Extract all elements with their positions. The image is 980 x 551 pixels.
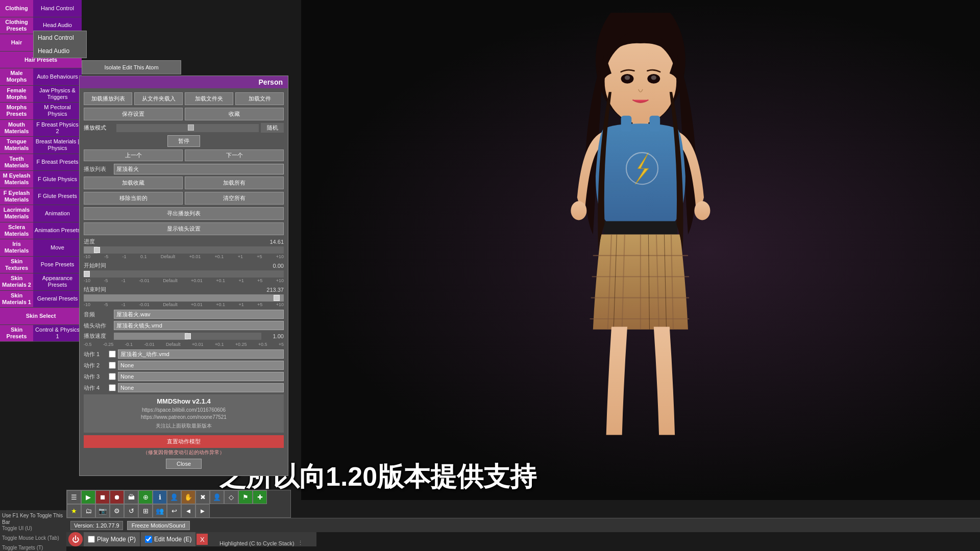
- menu-icon[interactable]: ☰: [67, 490, 81, 504]
- action-cb-2[interactable]: [109, 362, 116, 369]
- save-settings-btn[interactable]: 保存设置: [84, 108, 183, 120]
- progress-marks: -10 -5 -1 0.1 Default +0.01 +0.1 +1 +5 +…: [84, 254, 284, 259]
- play-mode-label[interactable]: Play Mode (P): [97, 536, 136, 543]
- pointer-icon[interactable]: ✖: [195, 490, 210, 504]
- dialog-body: 加载播放列表 从文件夹载入 加载文件夹 加载文件 保存设置 收藏 播放模式 随机…: [80, 88, 288, 475]
- sidebar-item-female-morphs[interactable]: Female Morphs Jaw Physics & Triggers: [0, 86, 82, 103]
- action-label-2: 动作 2: [84, 362, 107, 369]
- sidebar-item-morphs-presets[interactable]: Morphs Presets M Pectoral Physics: [0, 103, 82, 120]
- camera-action-input[interactable]: [114, 321, 284, 330]
- dropdown-head-audio[interactable]: Head Audio: [34, 44, 86, 58]
- add-folder-btn[interactable]: 加载文件夹: [185, 92, 233, 105]
- mode-close-btn[interactable]: X: [197, 534, 208, 545]
- clear-all-btn[interactable]: 清空所有: [185, 192, 284, 205]
- action-cb-4[interactable]: [109, 384, 116, 391]
- isolate-edit-button[interactable]: Isolate Edit This Atom: [82, 60, 181, 74]
- favorites-btn[interactable]: 收藏: [185, 108, 284, 120]
- edit-mode-checkbox[interactable]: [145, 536, 152, 543]
- hand-icon[interactable]: ✋: [181, 490, 195, 504]
- playback-mode-label: 播放模式: [84, 124, 114, 132]
- sidebar-item-teeth[interactable]: Teeth Materials F Breast Presets: [0, 154, 82, 171]
- play-mode-checkbox[interactable]: [88, 536, 95, 543]
- export-playlist-btn[interactable]: 寻出播放列表: [84, 207, 284, 220]
- folder-icon[interactable]: 🗂: [81, 504, 95, 518]
- prev-track-icon[interactable]: ◄: [181, 504, 195, 518]
- action-label-1: 动作 1: [84, 350, 107, 358]
- sidebar-item-skin-textures[interactable]: Skin Textures Pose Presets: [0, 257, 82, 274]
- sidebar-item-skin-select[interactable]: Skin Select: [0, 308, 82, 325]
- play-icon[interactable]: ▶: [81, 490, 95, 504]
- action-row-4: 动作 4: [84, 383, 284, 392]
- end-track[interactable]: [84, 294, 284, 302]
- sidebar-item-male-morphs[interactable]: Male Morphs Auto Behaviours: [0, 68, 82, 86]
- person-icon[interactable]: 👤: [167, 490, 181, 504]
- rotate-icon[interactable]: ↺: [124, 504, 138, 518]
- sidebar-item-clothing-hand[interactable]: Clothing Hand Control: [0, 0, 82, 17]
- power-button[interactable]: ⏻: [68, 532, 83, 546]
- freeze-motion-btn[interactable]: Freeze Motion/Sound: [127, 521, 190, 530]
- pause-button[interactable]: 暂停: [167, 135, 200, 147]
- speed-marks: -0.5 -0.25 -0.1 -0.01 Default +0.01 +0.1…: [84, 342, 284, 347]
- people-icon[interactable]: 👥: [153, 504, 167, 518]
- end-header: 结束时间 213.37: [84, 286, 284, 293]
- sidebar-item-skin-presets[interactable]: Skin Presets Control & Physics 1: [0, 325, 82, 342]
- reset-model-btn[interactable]: 直置动作模型: [84, 435, 284, 448]
- start-track[interactable]: [84, 270, 284, 278]
- load-from-file-btn[interactable]: 从文件夹载入: [134, 92, 183, 105]
- load-playlist-btn[interactable]: 加载播放列表: [84, 92, 132, 105]
- gear-icon[interactable]: ⚙: [110, 504, 124, 518]
- sidebar-item-skin-mat2[interactable]: Skin Materials 2 Appearance Presets: [0, 273, 82, 291]
- camera-icon[interactable]: 📷: [95, 504, 110, 518]
- back-icon[interactable]: ↩: [167, 504, 181, 518]
- load-all-btn[interactable]: 加载所有: [185, 177, 284, 189]
- progress-track[interactable]: [84, 246, 284, 254]
- load-file-btn[interactable]: 加载文件: [235, 92, 284, 105]
- info-url2[interactable]: https://www.patreon.com/noone77521: [87, 414, 281, 421]
- sidebar-item-f-eyelash[interactable]: F Eyelash Materials F Glute Presets: [0, 188, 82, 206]
- info-url1[interactable]: https://space.bilibili.com/1016760606: [87, 407, 281, 414]
- sidebar-item-tongue[interactable]: Tongue Materials Breast Materials | Phys…: [0, 137, 82, 154]
- shape-icon[interactable]: ◇: [224, 490, 238, 504]
- playback-mode-slider[interactable]: [116, 124, 259, 132]
- speed-slider[interactable]: [114, 333, 261, 340]
- progress-value: 14.61: [270, 239, 284, 245]
- sidebar-left-skin-presets: Skin Presets: [0, 325, 33, 342]
- record-icon[interactable]: ⏺: [110, 490, 124, 504]
- action-input-1[interactable]: [118, 349, 284, 359]
- action-input-4[interactable]: [118, 383, 284, 392]
- next-btn[interactable]: 下一个: [185, 149, 284, 161]
- add-icon[interactable]: ⊕: [138, 490, 153, 504]
- info-icon[interactable]: ℹ: [153, 490, 167, 504]
- star-icon[interactable]: ★: [67, 504, 81, 518]
- close-dialog-btn[interactable]: Close: [166, 459, 202, 469]
- prev-btn[interactable]: 上一个: [84, 149, 183, 161]
- sidebar-item-m-eyelash[interactable]: M Eyelash Materials F Glute Physics: [0, 171, 82, 188]
- stop-icon[interactable]: ⏹: [95, 490, 110, 504]
- highlighted-text: Highlighted (C to Cycle Stack): [219, 540, 295, 546]
- person2-icon[interactable]: 👤: [210, 490, 224, 504]
- add-fav-btn[interactable]: 加载收藏: [84, 177, 183, 189]
- action-cb-3[interactable]: [109, 373, 116, 380]
- edit-mode-label[interactable]: Edit Mode (E): [154, 536, 191, 543]
- sidebar-item-lacrimals[interactable]: Lacrimals Materials Animation: [0, 205, 82, 222]
- action-cb-1[interactable]: [109, 350, 116, 358]
- dropdown-menu: Hand Control Head Audio: [33, 31, 87, 58]
- cycle-stack-icon[interactable]: ⋮: [298, 540, 303, 546]
- sidebar-item-sclera[interactable]: Sclera Materials Animation Presets: [0, 222, 82, 240]
- next-track-icon[interactable]: ►: [195, 504, 210, 518]
- sidebar-item-skin-mat1[interactable]: Skin Materials 1 General Presets: [0, 291, 82, 308]
- info-section: MMDShow v2.1.4 https://space.bilibili.co…: [84, 394, 284, 433]
- plus-icon[interactable]: ✚: [253, 490, 267, 504]
- sidebar-item-mouth[interactable]: Mouth Materials F Breast Physics 2: [0, 120, 82, 137]
- audio-input[interactable]: [114, 310, 284, 319]
- flag-icon[interactable]: ⚑: [238, 490, 253, 504]
- action-input-2[interactable]: [118, 361, 284, 370]
- dropdown-hand-control[interactable]: Hand Control: [34, 31, 86, 44]
- show-camera-btn[interactable]: 显示镜头设置: [84, 222, 284, 235]
- mountain-icon[interactable]: 🏔: [124, 490, 138, 504]
- remove-current-btn[interactable]: 移除当前的: [84, 192, 183, 205]
- action-input-3[interactable]: [118, 372, 284, 381]
- grid-icon[interactable]: ⊞: [138, 504, 153, 518]
- sidebar-right-jaw: Jaw Physics & Triggers: [33, 86, 82, 103]
- sidebar-item-iris[interactable]: Iris Materials Move: [0, 239, 82, 257]
